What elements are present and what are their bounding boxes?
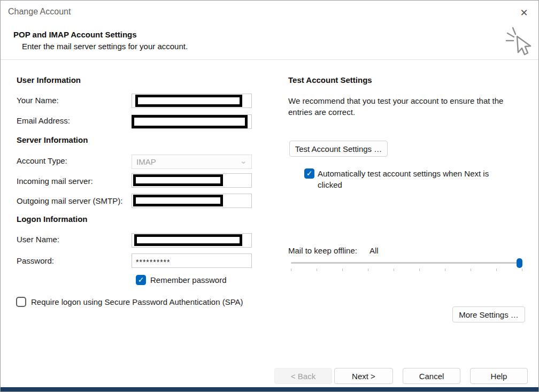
auto-test-checkbox[interactable]: ✓ <box>304 168 314 179</box>
redaction-box <box>135 95 242 107</box>
window-title: Change Account <box>8 7 71 17</box>
back-button[interactable]: < Back <box>274 368 332 384</box>
offline-slider-ticks <box>291 268 523 271</box>
user-name-label: User Name: <box>17 235 59 244</box>
spa-checkbox[interactable] <box>16 297 26 307</box>
password-label: Password: <box>17 256 54 265</box>
auto-test-label: Automatically test account settings when… <box>318 168 499 190</box>
incoming-mail-server-label: Incoming mail server: <box>17 176 93 186</box>
close-icon[interactable]: ✕ <box>516 5 532 21</box>
offline-slider-track[interactable] <box>291 262 522 264</box>
offline-slider-handle[interactable] <box>517 258 522 268</box>
your-name-label: Your Name: <box>17 96 59 105</box>
spa-label: Require logon using Secure Password Auth… <box>31 297 243 306</box>
account-type-value: IMAP <box>136 157 156 166</box>
bottom-accent-strip <box>1 387 538 392</box>
email-address-label: Email Address: <box>17 116 70 125</box>
outgoing-mail-server-label: Outgoing mail server (SMTP): <box>17 196 122 205</box>
redaction-box <box>133 195 223 206</box>
logon-information-heading: Logon Information <box>17 214 87 224</box>
mail-keep-offline-label: Mail to keep offline: <box>288 246 357 255</box>
cancel-button[interactable]: Cancel <box>403 368 460 384</box>
header-title: POP and IMAP Account Settings <box>13 30 137 39</box>
mail-keep-offline-value: All <box>369 246 379 255</box>
test-account-description: We recommend that you test your account … <box>288 95 521 118</box>
remember-password-checkbox[interactable]: ✓ <box>136 275 146 285</box>
test-account-settings-heading: Test Account Settings <box>288 75 372 84</box>
next-button[interactable]: Next > <box>334 368 393 384</box>
more-settings-button[interactable]: More Settings … <box>452 306 525 322</box>
redaction-box <box>134 234 242 246</box>
user-information-heading: User Information <box>17 75 81 84</box>
password-input[interactable]: ********** <box>132 253 252 268</box>
test-account-settings-button[interactable]: Test Account Settings … <box>289 141 388 157</box>
dialog-header: POP and IMAP Account Settings Enter the … <box>1 25 538 60</box>
redaction-box <box>132 115 248 128</box>
server-information-heading: Server Information <box>17 135 88 144</box>
remember-password-label: Remember password <box>150 275 227 285</box>
header-subtitle: Enter the mail server settings for your … <box>22 42 188 51</box>
title-bar: Change Account ✕ <box>1 1 538 25</box>
mouse-cursor-icon <box>505 26 533 58</box>
change-account-dialog: Change Account ✕ POP and IMAP Account Se… <box>0 0 539 392</box>
help-button[interactable]: Help <box>470 368 528 384</box>
account-type-label: Account Type: <box>17 156 67 165</box>
chevron-down-icon: ⌄ <box>240 156 247 166</box>
redaction-box <box>133 174 223 186</box>
account-type-dropdown[interactable]: IMAP ⌄ <box>132 155 252 169</box>
